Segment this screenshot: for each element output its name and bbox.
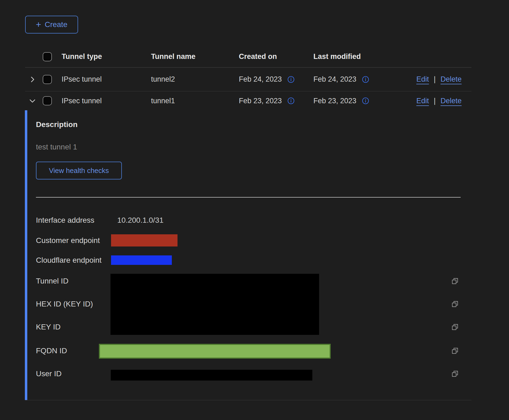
tunnel-id-label: Tunnel ID: [36, 276, 68, 286]
description-label: Description: [36, 120, 78, 129]
ids-redacted-block: [110, 274, 319, 335]
actions-separator: |: [434, 97, 436, 105]
created-on-cell: Feb 23, 2023: [239, 91, 295, 110]
last-modified-cell: Feb 23, 2023: [313, 91, 369, 110]
fqdn-id-redacted-value: [99, 344, 331, 359]
select-all-checkbox[interactable]: [43, 52, 52, 61]
plus-icon: +: [36, 20, 41, 29]
cloudflare-endpoint-redacted-value: [111, 255, 172, 265]
last-modified-cell: Feb 24, 2023: [313, 68, 369, 91]
header-created-on: Created on: [239, 46, 277, 67]
copy-hex-id-icon[interactable]: [451, 300, 459, 308]
delete-link[interactable]: Delete: [441, 75, 462, 84]
interface-address-label: Interface address: [36, 216, 94, 225]
interface-address-value: 10.200.1.0/31: [117, 216, 163, 225]
last-modified-date: Feb 24, 2023: [313, 75, 356, 84]
user-id-redacted-value: [111, 370, 312, 381]
create-button[interactable]: + Create: [25, 16, 78, 34]
table-header-row: Tunnel type Tunnel name Created on Last …: [25, 46, 471, 68]
actions-separator: |: [434, 75, 436, 84]
copy-fqdn-id-icon[interactable]: [451, 347, 459, 355]
row-checkbox[interactable]: [43, 96, 52, 105]
chevron-right-icon[interactable]: [28, 75, 36, 84]
chevron-down-icon[interactable]: [28, 97, 36, 105]
user-id-label: User ID: [36, 369, 62, 378]
tunnels-table: Tunnel type Tunnel name Created on Last …: [25, 46, 471, 400]
copy-user-id-icon[interactable]: [451, 370, 459, 378]
table-row: IPsec tunnel tunnel2 Feb 24, 2023 Feb 24…: [25, 68, 471, 91]
row-actions: Edit | Delete: [416, 91, 462, 110]
panel-divider: [36, 197, 461, 198]
copy-key-id-icon[interactable]: [451, 323, 459, 331]
table-row: IPsec tunnel tunnel1 Feb 23, 2023 Feb 23…: [25, 91, 471, 110]
row-actions: Edit | Delete: [416, 68, 462, 91]
info-icon[interactable]: [362, 97, 369, 105]
edit-link[interactable]: Edit: [416, 97, 429, 105]
customer-endpoint-redacted-value: [111, 234, 178, 246]
row-checkbox[interactable]: [43, 75, 52, 84]
tunnels-page: + Create Tunnel type Tunnel name Created…: [0, 0, 509, 420]
created-on-date: Feb 24, 2023: [239, 75, 282, 84]
header-last-modified: Last modified: [313, 46, 361, 67]
tunnel-name-cell: tunnel2: [151, 68, 175, 91]
delete-link[interactable]: Delete: [441, 97, 462, 105]
description-value: test tunnel 1: [36, 142, 77, 152]
created-on-cell: Feb 24, 2023: [239, 68, 295, 91]
info-icon[interactable]: [287, 97, 295, 105]
tunnel-detail-panel: Description test tunnel 1 View health ch…: [25, 110, 471, 400]
create-button-label: Create: [45, 20, 67, 29]
tunnel-type-cell: IPsec tunnel: [62, 68, 102, 91]
edit-link[interactable]: Edit: [416, 75, 429, 84]
fqdn-id-label: FQDN ID: [36, 346, 67, 355]
header-tunnel-type: Tunnel type: [62, 46, 102, 67]
cloudflare-endpoint-label: Cloudflare endpoint: [36, 256, 102, 265]
hex-id-label: HEX ID (KEY ID): [36, 299, 93, 309]
header-tunnel-name: Tunnel name: [151, 46, 196, 67]
copy-tunnel-id-icon[interactable]: [451, 277, 459, 285]
expanded-row-accent-bar: [25, 110, 27, 400]
view-health-checks-button[interactable]: View health checks: [36, 162, 122, 179]
customer-endpoint-label: Customer endpoint: [36, 236, 100, 245]
info-icon[interactable]: [287, 76, 295, 83]
created-on-date: Feb 23, 2023: [239, 97, 282, 105]
info-icon[interactable]: [362, 76, 369, 83]
tunnel-name-cell: tunnel1: [151, 91, 175, 110]
last-modified-date: Feb 23, 2023: [313, 97, 356, 105]
key-id-label: KEY ID: [36, 322, 61, 332]
tunnel-type-cell: IPsec tunnel: [62, 91, 102, 110]
